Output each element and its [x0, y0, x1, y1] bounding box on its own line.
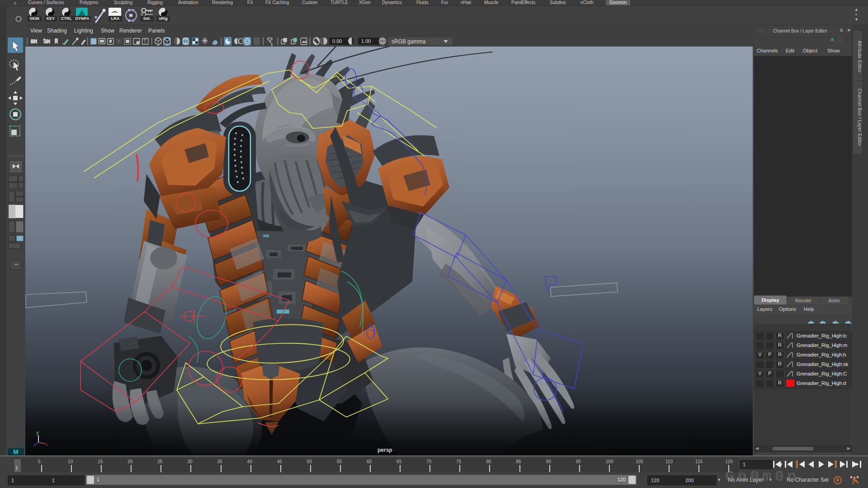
svg-text:1.00: 1.00 [361, 38, 371, 44]
svg-text:persp: persp [377, 447, 392, 453]
svg-text:PRO: PRO [380, 40, 386, 42]
svg-text:sRGB gamma: sRGB gamma [392, 38, 426, 45]
svg-text:y: y [36, 430, 39, 435]
svg-text:0.00: 0.00 [332, 38, 342, 44]
svg-text:T: T [144, 39, 146, 44]
svg-text:x: x [46, 442, 48, 447]
